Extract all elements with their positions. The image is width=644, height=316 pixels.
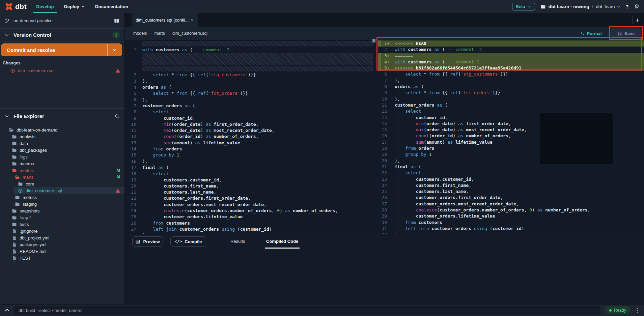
code-line-28[interactable]: 28 coalesce(customer_orders.number_of_or…: [373, 207, 644, 213]
code-line-11[interactable]: 11 max(order_date) as most_recent_order_…: [125, 127, 373, 134]
file-tree-item-dbt_project.yml[interactable]: dbt_project.yml: [0, 234, 124, 241]
code-line-6[interactable]: 6),: [125, 97, 373, 103]
code-line-25[interactable]: 25 customer_orders.lifetime_value: [125, 214, 373, 220]
file-tree-item-metrics[interactable]: metrics: [0, 194, 124, 201]
tab-dim-customers[interactable]: dim_customers.sql (confli... ×: [132, 13, 198, 27]
code-line-11[interactable]: 11customer_orders as (: [373, 102, 644, 108]
code-line-15[interactable]: 15 group by 1: [125, 152, 373, 158]
code-line-8[interactable]: 8orders as (: [373, 84, 644, 90]
file-tree-item-dbt_packages[interactable]: dbt_packages: [0, 147, 124, 153]
help-icon[interactable]: ?: [626, 4, 629, 9]
code-line-1[interactable]: 1+<<<<<<< HEAD: [373, 40, 644, 47]
project-switcher[interactable]: dbt Learn - mwong / dbt_learn: [540, 4, 620, 9]
branch-row[interactable]: on-demand-practice: [0, 13, 124, 29]
editor-pane-left[interactable]: 1with customers as ( -- comment 22 selec…: [125, 40, 373, 234]
file-tree-item-tests[interactable]: tests: [0, 221, 124, 228]
beta-dropdown[interactable]: Beta: [512, 3, 535, 10]
environment-dropdown[interactable]: dbt_learn: [596, 4, 620, 9]
nav-deploy[interactable]: Deploy: [64, 4, 85, 9]
code-line-12[interactable]: 12 count(order_id) as number_of_orders,: [125, 134, 373, 140]
code-line-9[interactable]: 9 select * from {{ ref('fct_orders')}}: [373, 90, 644, 96]
code-line-21[interactable]: 21 customers.last_name,: [125, 189, 373, 195]
code-line-10[interactable]: 10),: [373, 96, 644, 102]
file-tree-item-snapshots[interactable]: snapshots: [0, 207, 124, 214]
file-explorer-header[interactable]: File Explorer: [0, 108, 124, 124]
commit-and-resolve-button[interactable]: Commit and resolve: [1, 44, 122, 56]
close-icon[interactable]: ×: [191, 17, 194, 23]
gear-icon[interactable]: ⚙: [634, 4, 639, 9]
chevron-up-icon[interactable]: [4, 307, 10, 313]
file-tree-item-logs[interactable]: logs: [0, 153, 124, 160]
code-line-1[interactable]: 1with customers as ( -- comment 2: [125, 47, 373, 53]
file-tree-item-data[interactable]: data: [0, 140, 124, 147]
code-line-27[interactable]: 27 left join customer_orders using (cust…: [125, 226, 373, 232]
code-line-5[interactable]: 5+>>>>>>> b81f802a66fd544504c65721e3ffaa…: [373, 65, 644, 71]
search-icon[interactable]: [114, 114, 120, 119]
code-line-17[interactable]: 17final as (: [125, 165, 373, 171]
nav-develop[interactable]: Develop: [36, 4, 54, 9]
code-line-19[interactable]: 19 customers.customer_id,: [125, 177, 373, 183]
code-line-18[interactable]: 18 select: [125, 171, 373, 177]
code-line-3[interactable]: 3+=======: [373, 53, 644, 59]
code-line-22[interactable]: 22 select: [373, 170, 644, 176]
status-badge[interactable]: Ready: [605, 306, 630, 314]
file-tree-item-dim_customers.sql[interactable]: dim_customers.sql: [0, 187, 124, 194]
code-line-29[interactable]: 29 customer_orders.lifetime_value: [373, 213, 644, 219]
new-tab-button[interactable]: +: [633, 13, 642, 27]
code-line-14[interactable]: 14 from orders: [125, 146, 373, 152]
commit-options-caret[interactable]: [108, 48, 122, 52]
code-line-3[interactable]: 3),: [125, 78, 373, 84]
file-tree-item-staging[interactable]: staging: [0, 201, 124, 207]
code-line-2[interactable]: 2 select * from {{ ref('stg_customers')}…: [125, 72, 373, 78]
code-line-25[interactable]: 25 customers.last_name,: [373, 189, 644, 195]
preview-button[interactable]: Preview: [132, 236, 163, 247]
code-line-9[interactable]: 9 customer_id,: [125, 115, 373, 121]
breadcrumb-models[interactable]: models: [133, 31, 147, 36]
code-line-2[interactable]: 2with customers as ( -- comment 2: [373, 47, 644, 53]
code-line-7[interactable]: 7),: [373, 78, 644, 84]
code-line-4[interactable]: 4+with customers as ( -- comment 1: [373, 59, 644, 65]
code-line-8[interactable]: 8 select: [125, 109, 373, 115]
file-tree-item-marts[interactable]: martsM: [0, 174, 124, 180]
file-tree-item-dbt-learn-on-demand[interactable]: dbt-learn-on-demand: [0, 126, 124, 133]
tab-results[interactable]: Results: [230, 234, 245, 249]
save-button[interactable]: Save: [611, 28, 641, 38]
file-tree-item-models[interactable]: modelsM: [0, 167, 124, 174]
file-tree-item-TEST[interactable]: TEST: [0, 255, 124, 261]
code-line-27[interactable]: 27 customer_orders.most_recent_order_dat…: [373, 201, 644, 207]
format-button[interactable]: Format: [580, 31, 602, 36]
code-line-23[interactable]: 23 customer_orders.most_recent_order_dat…: [125, 202, 373, 208]
file-tree-item-core[interactable]: core: [0, 180, 124, 187]
file-tree-item-.gitignore[interactable]: .gitignore: [0, 228, 124, 234]
code-line-31[interactable]: 31 left join customer_orders using (cust…: [373, 226, 644, 232]
code-line-22[interactable]: 22 customer_orders.first_order_date,: [125, 195, 373, 201]
code-line-21[interactable]: 21final as (: [373, 164, 644, 170]
code-line-30[interactable]: 30 from customers: [373, 220, 644, 226]
kebab-menu-icon[interactable]: ⋮: [634, 307, 640, 314]
code-line-16[interactable]: 16),: [125, 159, 373, 165]
breadcrumb-marts[interactable]: marts: [154, 31, 165, 36]
nav-documentation[interactable]: Documentation: [95, 4, 128, 9]
command-input[interactable]: [14, 306, 600, 315]
code-line-26[interactable]: 26 customer_orders.first_order_date,: [373, 195, 644, 201]
code-line-24[interactable]: 24 customers.first_name,: [373, 182, 644, 189]
compile-button[interactable]: </> Compile: [170, 236, 206, 247]
breadcrumb-file[interactable]: dim_customers.sql: [172, 31, 207, 36]
code-line-26[interactable]: 26 from customers: [125, 220, 373, 226]
code-line-4[interactable]: 4orders as (: [125, 84, 373, 90]
code-line-23[interactable]: 23 customers.customer_id,: [373, 176, 644, 182]
code-line-13[interactable]: 13 sum(amount) as lifetime_value: [125, 140, 373, 146]
file-tree-item-analysis[interactable]: analysis: [0, 133, 124, 140]
code-line-7[interactable]: 7customer_orders as (: [125, 103, 373, 109]
code-line-10[interactable]: 10 min(order_date) as first_order_date,: [125, 121, 373, 127]
docs-book-icon[interactable]: [114, 18, 120, 24]
file-tree-item-packages.yml[interactable]: packages.yml: [0, 241, 124, 248]
code-line-20[interactable]: 20 customers.first_name,: [125, 183, 373, 189]
version-control-header[interactable]: Version Control 1: [0, 29, 124, 41]
code-line-6[interactable]: 6 select * from {{ ref('stg_customers')}…: [373, 71, 644, 77]
file-tree-item-target[interactable]: target: [0, 214, 124, 221]
code-line-5[interactable]: 5 select * from {{ ref('fct_orders')}}: [125, 90, 373, 96]
file-tree-item-README.md[interactable]: README.md: [0, 248, 124, 255]
tab-compiled-code[interactable]: Compiled Code: [266, 234, 298, 249]
code-line-24[interactable]: 24 coalesce(customer_orders.number_of_or…: [125, 208, 373, 214]
